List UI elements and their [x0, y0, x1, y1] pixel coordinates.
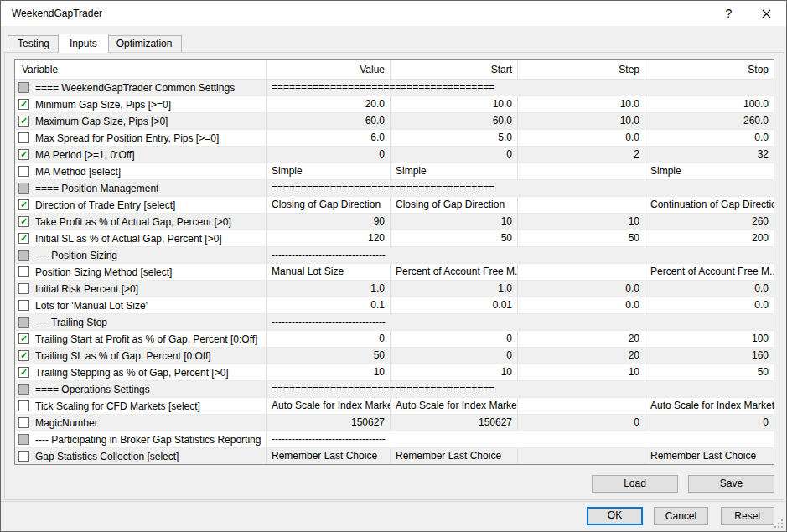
step-cell[interactable] — [518, 448, 645, 464]
start-cell[interactable]: Remember Last Choice — [391, 448, 518, 464]
row-checkbox[interactable] — [18, 266, 29, 277]
variable-cell[interactable]: Gap Statistics Collection [select] — [15, 448, 267, 464]
value-cell[interactable]: 0 — [267, 331, 391, 347]
table-row[interactable]: Position Sizing Method [select]Manual Lo… — [15, 264, 774, 281]
row-checkbox[interactable]: ✓ — [18, 116, 29, 127]
variable-cell[interactable]: ✓Trailing SL as % of Gap, Percent [0:Off… — [15, 348, 267, 364]
variable-cell[interactable]: ✓MA Period [>=1, 0:Off] — [15, 147, 267, 163]
variable-cell[interactable]: ✓Direction of Trade Entry [select] — [15, 197, 267, 213]
step-cell[interactable]: 2 — [518, 147, 645, 163]
value-cell[interactable]: Manual Lot Size — [267, 264, 391, 280]
step-cell[interactable]: 20 — [518, 331, 645, 347]
row-checkbox[interactable]: ✓ — [18, 350, 29, 361]
step-cell[interactable] — [518, 163, 645, 179]
table-row[interactable]: ✓Direction of Trade Entry [select]Closin… — [15, 197, 774, 214]
variable-cell[interactable]: ✓Initial SL as % of Actual Gap, Percent … — [15, 230, 267, 246]
stop-cell[interactable]: Simple — [645, 163, 774, 179]
table-row[interactable]: ✓Take Profit as % of Actual Gap, Percent… — [15, 214, 774, 230]
stop-cell[interactable]: 160 — [645, 348, 774, 364]
column-header-value[interactable]: Value — [267, 60, 391, 79]
stop-cell[interactable]: Auto Scale for Index Markets — [645, 398, 774, 414]
stop-cell[interactable]: 32 — [645, 147, 774, 163]
save-button[interactable]: Save — [688, 475, 774, 493]
step-cell[interactable]: 10.0 — [518, 96, 645, 112]
stop-cell[interactable]: 0.0 — [645, 297, 774, 313]
row-checkbox[interactable] — [18, 417, 29, 428]
row-checkbox[interactable]: ✓ — [18, 99, 29, 110]
variable-cell[interactable]: ---- Trailing Stop — [15, 314, 267, 330]
value-cell[interactable]: Closing of Gap Direction — [267, 197, 391, 213]
start-cell[interactable]: 0.01 — [391, 297, 518, 313]
start-cell[interactable]: 0 — [391, 331, 518, 347]
start-cell[interactable]: 10 — [391, 364, 518, 380]
variable-cell[interactable]: Initial Risk Percent [>0] — [15, 281, 267, 297]
table-row[interactable]: Lots for 'Manual Lot Size'0.10.010.00.0 — [15, 297, 774, 314]
stop-cell[interactable]: 260.0 — [645, 113, 774, 129]
row-checkbox[interactable] — [18, 300, 29, 311]
column-header-start[interactable]: Start — [391, 60, 518, 79]
variable-cell[interactable]: ✓Minimum Gap Size, Pips [>=0] — [15, 96, 267, 112]
table-row[interactable]: ✓Maximum Gap Size, Pips [>0]60.060.010.0… — [15, 113, 774, 130]
table-row[interactable]: ✓Trailing Start at Profit as % of Gap, P… — [15, 331, 774, 348]
value-cell[interactable]: 10 — [267, 364, 391, 380]
tab-optimization[interactable]: Optimization — [106, 35, 183, 52]
step-cell[interactable]: 10 — [518, 214, 645, 230]
variable-cell[interactable]: Lots for 'Manual Lot Size' — [15, 297, 267, 313]
table-row[interactable]: Tick Scaling for CFD Markets [select]Aut… — [15, 398, 774, 415]
start-cell[interactable]: 150627 — [391, 415, 518, 431]
row-checkbox[interactable] — [18, 400, 29, 411]
column-header-variable[interactable]: Variable — [15, 60, 267, 79]
help-button[interactable]: ? — [710, 1, 748, 26]
start-cell[interactable]: Closing of Gap Direction — [391, 197, 518, 213]
start-cell[interactable]: 10.0 — [391, 96, 518, 112]
column-header-stop[interactable]: Stop — [645, 60, 774, 79]
stop-cell[interactable]: 100 — [645, 331, 774, 347]
start-cell[interactable]: 10 — [391, 214, 518, 230]
step-cell[interactable] — [518, 264, 645, 280]
step-cell[interactable]: 20 — [518, 348, 645, 364]
ok-button[interactable]: OK — [587, 507, 643, 525]
step-cell[interactable]: 10.0 — [518, 113, 645, 129]
variable-cell[interactable]: ==== WeekendGapTrader Common Settings — [15, 80, 267, 96]
value-cell[interactable]: 120 — [267, 230, 391, 246]
row-checkbox[interactable] — [18, 283, 29, 294]
variable-cell[interactable]: ==== Operations Settings — [15, 381, 267, 397]
step-cell[interactable] — [518, 398, 645, 414]
start-cell[interactable]: Auto Scale for Index Markets — [391, 398, 518, 414]
load-button[interactable]: Load — [592, 475, 678, 493]
step-cell[interactable]: 0.0 — [518, 130, 645, 146]
table-row[interactable]: ---- Participating in Broker Gap Statist… — [15, 431, 774, 448]
stop-cell[interactable]: Percent of Account Free M... — [645, 264, 774, 280]
table-row[interactable]: Gap Statistics Collection [select]Rememb… — [15, 448, 774, 464]
table-row[interactable]: Initial Risk Percent [>0]1.01.00.00.0 — [15, 281, 774, 297]
variable-cell[interactable]: ---- Participating in Broker Gap Statist… — [15, 431, 267, 447]
value-cell[interactable]: 150627 — [267, 415, 391, 431]
table-row[interactable]: ==== Position Management================… — [15, 180, 774, 197]
value-cell[interactable]: 50 — [267, 348, 391, 364]
table-row[interactable]: ✓Minimum Gap Size, Pips [>=0]20.010.010.… — [15, 96, 774, 113]
step-cell[interactable] — [518, 197, 645, 213]
table-row[interactable]: MagicNumber15062715062700 — [15, 415, 774, 431]
value-cell[interactable]: Simple — [267, 163, 391, 179]
row-checkbox[interactable] — [18, 451, 29, 462]
stop-cell[interactable]: 0 — [645, 415, 774, 431]
step-cell[interactable]: 50 — [518, 230, 645, 246]
value-cell[interactable]: 0 — [267, 147, 391, 163]
stop-cell[interactable]: 50 — [645, 364, 774, 380]
table-row[interactable]: ==== Operations Settings================… — [15, 381, 774, 398]
variable-cell[interactable]: ✓Trailing Start at Profit as % of Gap, P… — [15, 331, 267, 347]
stop-cell[interactable]: 260 — [645, 214, 774, 230]
stop-cell[interactable]: Continuation of Gap Direction — [645, 197, 774, 213]
start-cell[interactable]: 60.0 — [391, 113, 518, 129]
table-row[interactable]: ✓Trailing SL as % of Gap, Percent [0:Off… — [15, 348, 774, 364]
value-cell[interactable]: 90 — [267, 214, 391, 230]
variable-cell[interactable]: Tick Scaling for CFD Markets [select] — [15, 398, 267, 414]
table-row[interactable]: ✓MA Period [>=1, 0:Off]00232 — [15, 147, 774, 163]
value-cell[interactable]: 6.0 — [267, 130, 391, 146]
variable-cell[interactable]: MagicNumber — [15, 415, 267, 431]
table-row[interactable]: ==== WeekendGapTrader Common Settings===… — [15, 80, 774, 96]
reset-button[interactable]: Reset — [721, 507, 774, 525]
row-checkbox[interactable]: ✓ — [18, 233, 29, 244]
variable-cell[interactable]: Position Sizing Method [select] — [15, 264, 267, 280]
start-cell[interactable]: 0 — [391, 147, 518, 163]
